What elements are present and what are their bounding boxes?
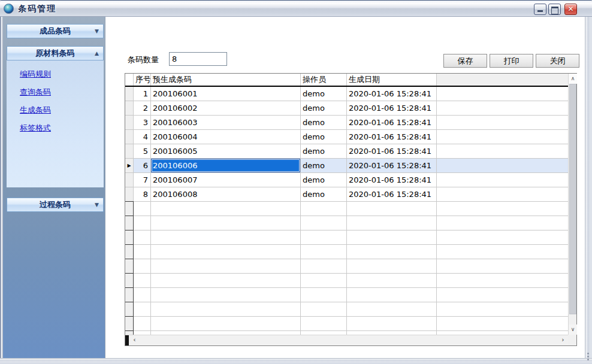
- table-row[interactable]: 1200106001demo2020-01-06 15:28:41: [125, 87, 568, 101]
- table-row[interactable]: ▶6200106006demo2020-01-06 15:28:41: [125, 159, 568, 173]
- cell-barcode[interactable]: 200106003: [151, 116, 301, 129]
- sidebar-panel-content: 编码规则 查询条码 生成条码 标签格式: [7, 60, 104, 187]
- titlebar[interactable]: 条码管理 ✕: [0, 0, 592, 17]
- horizontal-scrollbar-thumb[interactable]: [125, 335, 129, 345]
- cell-date[interactable]: 2020-01-06 15:28:41: [347, 144, 437, 158]
- horizontal-scrollbar[interactable]: ‹ ›: [125, 335, 568, 345]
- row-indicator-cell: [125, 130, 134, 144]
- sidebar-item-label-format[interactable]: 标签格式: [20, 123, 51, 134]
- cell-index[interactable]: 8: [134, 187, 151, 201]
- cell-date[interactable]: 2020-01-06 15:28:41: [347, 87, 437, 101]
- cell-date[interactable]: 2020-01-06 15:28:41: [347, 159, 437, 172]
- barcode-table: 序号 预生成条码 操作员 生成日期 1200106001demo2020-01-…: [125, 73, 577, 346]
- row-indicator-cell: [125, 87, 134, 101]
- minimize-button[interactable]: [534, 4, 546, 15]
- cell-barcode[interactable]: 200106008: [151, 187, 301, 201]
- cell-operator[interactable]: demo: [301, 101, 347, 115]
- cell-index[interactable]: 2: [134, 101, 151, 115]
- print-button[interactable]: 打印: [490, 54, 533, 68]
- cell-index: [134, 259, 151, 273]
- close-button[interactable]: 关闭: [536, 54, 579, 68]
- cell-index[interactable]: 5: [134, 144, 151, 158]
- cell-operator: [301, 245, 347, 259]
- sidebar-item-generate-barcode[interactable]: 生成条码: [20, 105, 51, 116]
- cell-barcode: [151, 230, 301, 244]
- scroll-down-icon[interactable]: ∨: [569, 324, 577, 335]
- cell-operator[interactable]: demo: [301, 144, 347, 158]
- save-button[interactable]: 保存: [443, 54, 487, 68]
- cell-index: [134, 216, 151, 230]
- cell-filler: [437, 130, 568, 144]
- table-row[interactable]: 4200106004demo2020-01-06 15:28:41: [125, 130, 568, 144]
- sidebar-panel-rawmaterial-barcode[interactable]: 原材料条码 ▲: [7, 46, 104, 60]
- scroll-up-icon[interactable]: ∧: [569, 74, 577, 84]
- window-right-frame: [585, 17, 592, 358]
- table-row[interactable]: 8200106008demo2020-01-06 15:28:41: [125, 187, 568, 202]
- row-indicator-cell: [125, 302, 134, 316]
- cell-index[interactable]: 7: [134, 173, 151, 187]
- cell-operator[interactable]: demo: [301, 87, 347, 101]
- cell-barcode[interactable]: 200106007: [151, 173, 301, 187]
- header-operator[interactable]: 操作员: [301, 74, 347, 86]
- cell-index[interactable]: 1: [134, 87, 151, 101]
- header-filler: [437, 74, 568, 86]
- cell-date[interactable]: 2020-01-06 15:28:41: [347, 130, 437, 144]
- cell-filler: [437, 274, 568, 287]
- cell-barcode[interactable]: 200106006: [151, 159, 301, 172]
- cell-index[interactable]: 3: [134, 116, 151, 129]
- sidebar-panel-process-barcode[interactable]: 过程条码 ▼: [7, 198, 104, 212]
- cell-operator[interactable]: demo: [301, 173, 347, 187]
- table-row[interactable]: 2200106002demo2020-01-06 15:28:41: [125, 101, 568, 116]
- cell-date[interactable]: 2020-01-06 15:28:41: [347, 116, 437, 129]
- cell-operator[interactable]: demo: [301, 130, 347, 144]
- vertical-scrollbar-thumb[interactable]: [569, 84, 576, 314]
- cell-operator[interactable]: demo: [301, 187, 347, 201]
- table-row[interactable]: 5200106005demo2020-01-06 15:28:41: [125, 144, 568, 159]
- table-row[interactable]: 3200106003demo2020-01-06 15:28:41: [125, 116, 568, 130]
- cell-filler: [437, 216, 568, 230]
- barcode-quantity-input[interactable]: [169, 52, 227, 66]
- maximize-button[interactable]: [548, 4, 561, 15]
- sidebar-item-coding-rules[interactable]: 编码规则: [20, 69, 51, 80]
- table-row[interactable]: 7200106007demo2020-01-06 15:28:41: [125, 173, 568, 187]
- header-index[interactable]: 序号: [134, 74, 151, 86]
- cell-operator: [301, 216, 347, 230]
- cell-barcode[interactable]: 200106002: [151, 101, 301, 115]
- cell-index[interactable]: 4: [134, 130, 151, 144]
- close-window-button[interactable]: ✕: [564, 4, 577, 15]
- cell-barcode[interactable]: 200106005: [151, 144, 301, 158]
- cell-filler: [437, 144, 568, 158]
- header-indicator: [125, 74, 134, 86]
- resize-grip[interactable]: [587, 353, 590, 362]
- row-indicator-cell: [125, 173, 134, 187]
- barcode-quantity-label: 条码数量: [128, 54, 159, 65]
- app-window: 条码管理 ✕ 成品条码 ▼ 原材料条码 ▲ 编码规则 查询条码 生成条码 标签格…: [0, 0, 592, 364]
- cell-filler: [437, 245, 568, 259]
- cell-index[interactable]: 6: [134, 159, 151, 172]
- cell-date[interactable]: 2020-01-06 15:28:41: [347, 187, 437, 201]
- sidebar-panel-finished-barcode[interactable]: 成品条码 ▼: [7, 24, 104, 38]
- cell-date[interactable]: 2020-01-06 15:28:41: [347, 101, 437, 115]
- sidebar: 成品条码 ▼ 原材料条码 ▲ 编码规则 查询条码 生成条码 标签格式 过程条码 …: [3, 17, 105, 358]
- cell-operator: [301, 274, 347, 287]
- cell-barcode[interactable]: 200106004: [151, 130, 301, 144]
- cell-barcode[interactable]: 200106001: [151, 87, 301, 101]
- cell-filler: [437, 116, 568, 129]
- scroll-right-icon[interactable]: ›: [558, 335, 568, 346]
- cell-barcode: [151, 216, 301, 230]
- cell-index: [134, 274, 151, 287]
- cell-date: [347, 302, 437, 316]
- empty-table-row: [125, 274, 568, 288]
- header-barcode[interactable]: 预生成条码: [151, 74, 301, 86]
- header-date[interactable]: 生成日期: [347, 74, 437, 86]
- cell-date[interactable]: 2020-01-06 15:28:41: [347, 173, 437, 187]
- cell-operator[interactable]: demo: [301, 159, 347, 172]
- cell-operator[interactable]: demo: [301, 116, 347, 129]
- panel-label: 过程条码: [40, 200, 71, 209]
- window-bottom-frame: [0, 358, 592, 364]
- cell-operator: [301, 288, 347, 302]
- vertical-scrollbar[interactable]: ∧ ∨: [568, 74, 576, 335]
- scroll-left-icon[interactable]: ‹: [129, 335, 140, 346]
- sidebar-item-query-barcode[interactable]: 查询条码: [20, 87, 51, 98]
- cell-filler: [437, 202, 568, 216]
